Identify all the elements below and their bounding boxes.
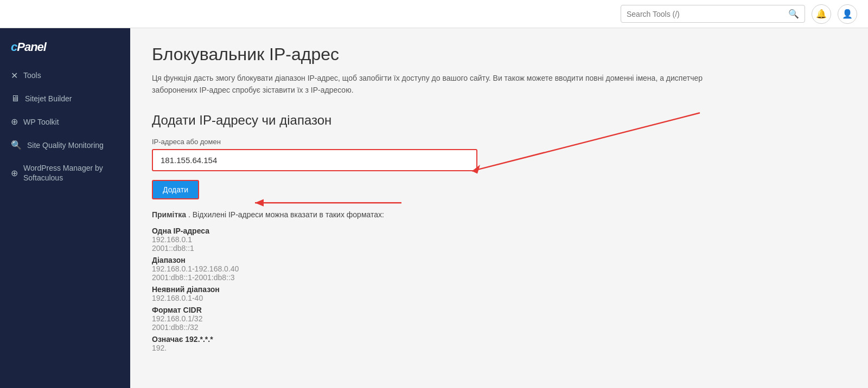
format-cidr: Формат CIDR 192.168.0.1/32 2001:db8::/32 (152, 306, 846, 332)
format-example-2: 2001::db8::1 (152, 244, 846, 253)
note-label: Примітка (152, 210, 186, 219)
format-title: Неявний діапазон (152, 285, 846, 294)
format-wildcard: Означає 192.*.*.* 192. (152, 335, 846, 352)
bell-icon: 🔔 (816, 9, 827, 19)
sidebar-item-label: WordPress Manager by Softaculous (23, 163, 119, 183)
format-title: Діапазон (152, 256, 846, 264)
sidebar: cPanel ✕ Tools 🖥 Sitejet Builder ⊕ WP To… (0, 28, 130, 388)
page-title: Блокувальник IP-адрес (152, 44, 846, 64)
note-paragraph: Примітка . Відхилені IP-адреси можна вка… (152, 210, 846, 219)
ip-address-input[interactable] (152, 149, 477, 171)
main-content: Блокувальник IP-адрес Ця функція дасть з… (130, 28, 868, 388)
format-title: Формат CIDR (152, 306, 846, 314)
section-title: Додати IP-адресу чи діапазон (152, 113, 846, 128)
wordpress-icon: ⊕ (11, 168, 18, 178)
format-example-8: 192. (152, 344, 846, 352)
layout: cPanel ✕ Tools 🖥 Sitejet Builder ⊕ WP To… (0, 28, 868, 388)
sidebar-item-tools[interactable]: ✕ Tools (0, 64, 130, 87)
format-single-ip: Одна IP-адреса 192.168.0.1 2001::db8::1 (152, 227, 846, 253)
cpanel-logo: cPanel (0, 34, 130, 64)
header: 🔍 🔔 👤 (0, 0, 868, 28)
sidebar-item-sitequality[interactable]: 🔍 Site Quality Monitoring (0, 133, 130, 157)
bell-button[interactable]: 🔔 (812, 4, 831, 24)
sidebar-item-label: WP Toolkit (23, 117, 59, 127)
format-title: Означає 192.*.*.* (152, 335, 846, 344)
format-example-4: 2001:db8::1-2001:db8::3 (152, 273, 846, 282)
add-button[interactable]: Додати (152, 180, 199, 199)
wp-icon: ⊕ (11, 117, 18, 127)
search-input[interactable] (627, 10, 788, 18)
sidebar-item-sitejet[interactable]: 🖥 Sitejet Builder (0, 87, 130, 110)
user-icon: 👤 (842, 9, 853, 19)
user-button[interactable]: 👤 (838, 4, 857, 24)
sidebar-item-label: Tools (23, 70, 41, 80)
svg-marker-3 (255, 199, 264, 206)
ip-field-label: IP-адреса або домен (152, 138, 846, 146)
sitejet-icon: 🖥 (11, 94, 20, 104)
format-range: Діапазон 192.168.0.1-192.168.0.40 2001:d… (152, 256, 846, 282)
search-icon: 🔍 (788, 9, 799, 19)
sidebar-item-wptoolkit[interactable]: ⊕ WP Toolkit (0, 110, 130, 133)
format-example-7: 2001:db8::/32 (152, 323, 846, 332)
tools-icon: ✕ (11, 70, 18, 81)
note-text: . Відхилені IP-адреси можна вказати в та… (188, 210, 384, 219)
format-implicit-range: Неявний діапазон 192.168.0.1-40 (152, 285, 846, 302)
sitequality-icon: 🔍 (11, 140, 22, 150)
page-description: Ця функція дасть змогу блокувати діапазо… (152, 72, 749, 96)
sidebar-item-label: Sitejet Builder (25, 94, 72, 104)
format-example-1: 192.168.0.1 (152, 235, 846, 244)
format-example-5: 192.168.0.1-40 (152, 294, 846, 302)
sidebar-item-label: Site Quality Monitoring (27, 140, 104, 150)
format-title: Одна IP-адреса (152, 227, 846, 235)
format-example-3: 192.168.0.1-192.168.0.40 (152, 264, 846, 273)
sidebar-item-wordpress[interactable]: ⊕ WordPress Manager by Softaculous (0, 157, 130, 189)
format-example-6: 192.168.0.1/32 (152, 314, 846, 323)
search-bar[interactable]: 🔍 (621, 5, 805, 23)
